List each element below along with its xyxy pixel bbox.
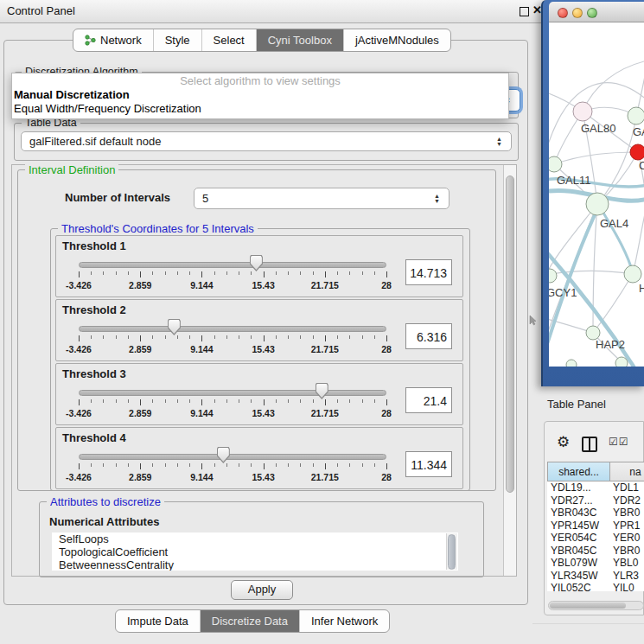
numerical-attributes-list[interactable]: SelfLoopsTopologicalCoefficientBetweenne… [52, 532, 458, 571]
network-canvas[interactable]: GAL80GACGAL11GAL4GCY1HHAP2 [549, 22, 644, 367]
slider-tick [374, 399, 375, 403]
cell-name: YER0 [609, 532, 640, 545]
checkbox-columns-icon[interactable]: ☑☑ [609, 436, 629, 448]
network-node[interactable] [573, 102, 592, 121]
slider-tick [239, 271, 239, 275]
tab-impute-data[interactable]: Impute Data [116, 610, 201, 632]
combo-stepper-icon: ▲▼ [496, 137, 502, 147]
cell-shared-name: YPR145W [547, 520, 609, 532]
algorithm-option-equal-width[interactable]: Equal Width/Frequency Discretization [12, 102, 508, 116]
cell-shared-name: YER054C [547, 532, 609, 545]
cell-name: YBL0 [609, 557, 638, 570]
panel-divider [532, 623, 644, 624]
float-window-icon[interactable] [520, 7, 529, 16]
table-row[interactable]: YER054CYER0 [547, 532, 644, 545]
tab-infer-network[interactable]: Infer Network [300, 610, 389, 632]
table-data-combobox[interactable]: galFiltered.sif default node ▲▼ [21, 131, 512, 151]
slider-tick [386, 335, 387, 341]
algorithm-option-manual[interactable]: Manual Discretization [12, 88, 508, 102]
scrollbar-thumb[interactable] [550, 603, 626, 609]
network-node[interactable] [549, 156, 562, 172]
tick-label: 21.715 [311, 408, 339, 418]
column-header-shared-name[interactable]: shared... [547, 462, 610, 481]
attribute-list-item[interactable]: SelfLoops [52, 532, 458, 545]
scrollbar-thumb[interactable] [506, 175, 514, 493]
network-node[interactable] [630, 144, 644, 160]
tab-jactivemnodules[interactable]: jActiveMNodules [344, 29, 450, 51]
tab-cyni-toolbox[interactable]: Cyni Toolbox [257, 29, 344, 51]
number-of-intervals-combobox[interactable]: 5 ▲▼ [194, 188, 450, 209]
slider-track[interactable] [79, 326, 386, 332]
slider-track[interactable] [79, 262, 386, 268]
slider-tick [325, 399, 326, 405]
slider-track[interactable] [79, 390, 386, 396]
zoom-traffic-light[interactable] [587, 8, 597, 18]
slider-tick [214, 463, 215, 467]
slider-track[interactable] [79, 454, 386, 460]
tab-discretize-data[interactable]: Discretize Data [201, 610, 300, 632]
bottom-tabbar: Impute Data Discretize Data Infer Networ… [115, 609, 390, 633]
tab-style[interactable]: Style [154, 29, 202, 51]
table-row[interactable]: YPR145WYPR1 [547, 520, 644, 532]
slider-tick-labels: -3.4262.8599.14415.4321.71528 [79, 280, 386, 290]
close-traffic-light[interactable] [558, 8, 568, 18]
tab-select[interactable]: Select [202, 29, 257, 51]
settings-vertical-scrollbar[interactable] [503, 165, 516, 576]
network-node-label: GA [633, 125, 644, 138]
slider-tick [264, 271, 265, 277]
threshold-value-field[interactable]: 21.4 [405, 387, 452, 413]
table-row[interactable]: YLR345WYLR3 [547, 570, 644, 583]
attribute-list-item[interactable]: BetweennessCentrality [52, 558, 458, 571]
threshold-value-field[interactable]: 14.713 [405, 259, 452, 285]
slider-thumb[interactable] [168, 319, 181, 335]
table-horizontal-scrollbar[interactable] [548, 601, 644, 610]
gear-icon[interactable]: ⚙ [557, 433, 570, 451]
network-node[interactable] [624, 265, 641, 283]
network-window-titlebar[interactable] [549, 2, 644, 22]
tab-network[interactable]: Network [73, 29, 154, 51]
column-header-name[interactable]: na [609, 462, 644, 481]
tick-label: 21.715 [311, 280, 339, 290]
slider-tick [103, 463, 104, 467]
threshold-value-field[interactable]: 6.316 [405, 323, 452, 349]
network-edge [597, 204, 633, 274]
slider-tick [226, 271, 227, 275]
table-row[interactable]: YDR27...YDR2 [547, 494, 644, 507]
scrollbar-thumb[interactable] [448, 534, 456, 570]
slider-thumb[interactable] [217, 447, 230, 463]
slider-tick [362, 463, 363, 467]
tick-label: 9.144 [190, 472, 213, 482]
threshold-value-field[interactable]: 11.344 [405, 451, 452, 477]
network-edge [633, 202, 644, 274]
minimize-traffic-light[interactable] [572, 8, 583, 18]
table-row[interactable]: YBR043CYBR0 [547, 507, 644, 520]
network-node-label: GAL4 [600, 217, 628, 230]
slider-tick [201, 335, 202, 341]
slider-thumb[interactable] [250, 255, 263, 271]
network-node[interactable] [566, 360, 577, 367]
table-row[interactable]: YBL079WYBL0 [547, 557, 644, 570]
network-node[interactable] [549, 269, 557, 283]
slider-thumb[interactable] [316, 383, 328, 399]
slider-tick [140, 271, 141, 277]
cell-shared-name: YBL079W [547, 557, 609, 570]
tick-label: 15.43 [252, 280, 274, 290]
interval-definition-group-title: Interval Definition [25, 163, 118, 176]
table-row[interactable]: YBR045CYBR0 [547, 545, 644, 558]
number-of-intervals-label: Number of Intervals [65, 191, 170, 204]
table-row[interactable]: YDL19...YDL1 [547, 481, 644, 494]
algorithm-popup-hint: Select algorithm to view settings [12, 73, 508, 88]
slider-tick [288, 399, 289, 403]
network-node[interactable] [628, 107, 644, 124]
table-row[interactable]: YIL052CYIL0 [547, 582, 644, 591]
attribute-list-item[interactable]: TopologicalCoefficient [52, 545, 458, 558]
network-node[interactable] [615, 357, 628, 367]
slider-tick [300, 399, 301, 403]
slider-tick [116, 271, 117, 275]
network-node[interactable] [586, 193, 609, 215]
apply-button[interactable]: Apply [231, 580, 293, 600]
slider-tick [325, 463, 326, 469]
split-columns-icon[interactable] [582, 437, 597, 452]
list-scrollbar[interactable] [446, 533, 457, 570]
slider-tick [362, 399, 363, 403]
